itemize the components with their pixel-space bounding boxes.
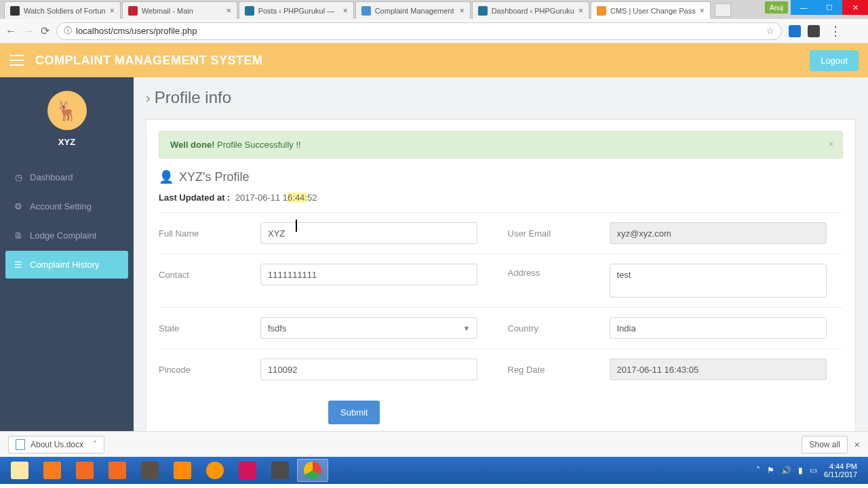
windows-taskbar: ˄ ⚑ 🔊 ▮ ▭ 4:44 PM 6/11/2017	[0, 457, 868, 484]
address-bar[interactable]: ⓘ localhost/cms/users/profile.php ☆	[56, 22, 782, 40]
browser-tab-active[interactable]: CMS | User Change Pass×	[591, 1, 711, 19]
regdate-input	[610, 359, 827, 380]
tab-title: Complaint Management	[375, 7, 456, 15]
hamburger-icon[interactable]	[9, 55, 24, 66]
browser-tab[interactable]: Watch Soldiers of Fortun×	[4, 1, 121, 19]
tray-volume-icon[interactable]: 🔊	[781, 466, 791, 475]
tray-chevron-up-icon[interactable]: ˄	[756, 466, 760, 475]
chrome-menu-icon[interactable]: ⋮	[829, 24, 842, 39]
sidebar-item-label: Lodge Complaint	[30, 230, 96, 241]
tray-flag-icon[interactable]: ⚑	[767, 466, 774, 475]
label-country: Country	[508, 323, 596, 333]
favicon-icon	[10, 6, 20, 16]
favicon-icon	[245, 6, 254, 16]
window-close-button[interactable]: ✕	[842, 0, 868, 15]
content-area: ›Profile info Well done! Profile Success…	[134, 77, 868, 431]
favicon-icon	[597, 6, 606, 16]
label-contact: Contact	[159, 270, 247, 280]
taskbar-app[interactable]	[69, 459, 100, 482]
bookmark-star-icon[interactable]: ☆	[766, 26, 774, 36]
taskbar-app-xampp[interactable]	[37, 459, 68, 482]
extension-icon[interactable]	[808, 25, 820, 37]
sidebar-item-complaint-history[interactable]: ☰Complaint History	[5, 251, 128, 279]
window-minimize-button[interactable]: —	[791, 0, 816, 15]
back-button[interactable]: ←	[5, 25, 16, 37]
tab-title: Webmail - Main	[142, 7, 222, 15]
tab-close-icon[interactable]: ×	[226, 6, 231, 16]
favicon-icon	[361, 6, 371, 16]
taskbar-app[interactable]	[102, 459, 133, 482]
panel-title-text: XYZ's Profile	[179, 170, 249, 184]
sidebar-item-dashboard[interactable]: ◷Dashboard	[5, 163, 128, 191]
chrome-user-badge[interactable]: Anuj	[765, 1, 788, 14]
contact-input[interactable]	[260, 264, 477, 285]
tray-battery-icon[interactable]: ▭	[810, 466, 817, 475]
tab-title: Watch Soldiers of Fortun	[24, 7, 106, 15]
tab-close-icon[interactable]: ×	[343, 6, 348, 16]
file-icon: 🗎	[14, 230, 23, 241]
taskbar-app-gimp[interactable]	[134, 459, 165, 482]
tab-close-icon[interactable]: ×	[578, 6, 583, 16]
tab-close-icon[interactable]: ×	[700, 6, 705, 16]
show-all-downloads-button[interactable]: Show all	[802, 436, 847, 453]
tray-network-icon[interactable]: ▮	[798, 466, 803, 475]
sidebar-username: XYZ	[58, 137, 75, 147]
alert-close-icon[interactable]: ×	[828, 138, 834, 150]
label-email: User Email	[508, 228, 596, 239]
extension-icon[interactable]	[789, 25, 801, 37]
country-input[interactable]	[610, 317, 827, 339]
forward-button[interactable]: →	[23, 25, 34, 37]
download-item[interactable]: About Us.docx ˄	[8, 436, 104, 453]
browser-tab[interactable]: Complaint Management×	[355, 1, 471, 19]
system-tray: ˄ ⚑ 🔊 ▮ ▭ 4:44 PM 6/11/2017	[756, 462, 864, 479]
browser-tab[interactable]: Dashboard ‹ PHPGuruku×	[472, 1, 589, 19]
sidebar-item-account-setting[interactable]: ⚙Account Setting	[5, 192, 128, 220]
alert-strong: Well done!	[170, 140, 214, 150]
taskbar-app-vlc[interactable]	[167, 459, 198, 482]
taskbar-app-acrobat[interactable]	[232, 459, 263, 482]
tray-clock[interactable]: 4:44 PM 6/11/2017	[824, 462, 857, 479]
label-regdate: Reg Date	[508, 365, 596, 375]
tray-date: 6/11/2017	[824, 470, 857, 479]
list-icon: ☰	[14, 260, 23, 270]
favicon-icon	[128, 6, 138, 16]
page-title-text: Profile info	[155, 88, 231, 107]
taskbar-app-firefox[interactable]	[199, 459, 231, 482]
panel-title: 👤XYZ's Profile	[159, 169, 843, 184]
reload-button[interactable]: ⟳	[41, 24, 50, 37]
tab-title: Dashboard ‹ PHPGuruku	[492, 7, 574, 15]
favicon-icon	[478, 6, 488, 16]
sidebar-item-label: Complaint History	[30, 260, 100, 270]
sidebar: 🦌 XYZ ◷Dashboard ⚙Account Setting 🗎Lodge…	[0, 77, 134, 431]
updated-time: 2017-06-11 16:44:52	[235, 192, 317, 203]
logout-button[interactable]: Logout	[810, 50, 859, 71]
submit-button[interactable]: Submit	[328, 401, 380, 424]
sidebar-item-label: Dashboard	[30, 172, 73, 182]
browser-tab[interactable]: Posts ‹ PHPGurukul — ×	[239, 1, 354, 19]
tray-time: 4:44 PM	[824, 462, 857, 470]
state-select[interactable]: fsdfs▼	[260, 317, 477, 339]
tab-close-icon[interactable]: ×	[460, 6, 465, 16]
app-title: COMPLAINT MANAGEMENT SYSTEM	[35, 54, 263, 68]
avatar: 🦌	[47, 91, 87, 130]
site-info-icon[interactable]: ⓘ	[64, 25, 72, 37]
window-maximize-button[interactable]: ☐	[816, 0, 842, 15]
new-tab-button[interactable]	[715, 3, 731, 17]
updated-label: Last Updated at :	[159, 192, 230, 203]
gauge-icon: ◷	[14, 172, 23, 182]
sidebar-item-lodge-complaint[interactable]: 🗎Lodge Complaint	[5, 222, 128, 249]
pincode-input[interactable]	[260, 359, 477, 380]
tab-close-icon[interactable]: ×	[110, 6, 115, 16]
label-fullname: Full Name	[159, 228, 247, 239]
fullname-input[interactable]	[260, 222, 477, 244]
address-input[interactable]: test	[610, 264, 827, 298]
browser-tab[interactable]: Webmail - Main×	[122, 1, 237, 19]
taskbar-app-explorer[interactable]	[4, 459, 35, 482]
taskbar-app-sublime[interactable]	[264, 459, 296, 482]
sidebar-item-label: Account Setting	[30, 201, 92, 211]
download-shelf-close-icon[interactable]: ×	[854, 439, 860, 450]
taskbar-app-chrome[interactable]	[297, 459, 328, 482]
last-updated: Last Updated at : 2017-06-11 16:44:52	[159, 192, 843, 203]
user-icon: 👤	[159, 169, 174, 184]
chevron-up-icon[interactable]: ˄	[93, 440, 97, 449]
